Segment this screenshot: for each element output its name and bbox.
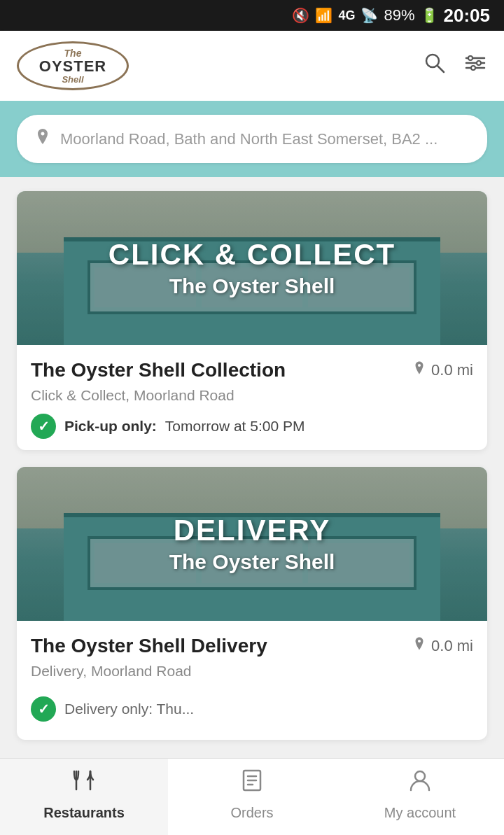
status-label-collection: Pick-up only: xyxy=(64,418,157,435)
svg-point-7 xyxy=(471,66,475,70)
overlay-subtitle-collection: The Oyster Shell xyxy=(169,274,335,298)
card-address-delivery: Delivery, Moorland Road xyxy=(31,663,473,680)
orders-icon xyxy=(239,767,265,799)
card-status-delivery-partial: Delivery only: Thu... xyxy=(31,689,473,729)
card-image-delivery: DELIVERY The Oyster Shell xyxy=(17,467,487,621)
card-title-row-collection: The Oyster Shell Collection 0.0 mi xyxy=(31,359,473,381)
status-check-icon-delivery xyxy=(31,696,56,722)
restaurant-card-collection[interactable]: CLICK & COLLECT The Oyster Shell The Oys… xyxy=(17,191,487,450)
distance-pin-icon-delivery xyxy=(412,636,427,656)
nav-item-account[interactable]: My account xyxy=(336,759,504,835)
nav-label-orders: Orders xyxy=(230,805,273,821)
header-actions xyxy=(423,51,487,80)
account-icon xyxy=(407,767,433,799)
logo: The OYSTER Shell xyxy=(17,41,129,90)
location-text: Moorland Road, Bath and North East Somer… xyxy=(60,130,470,148)
distance-pin-icon-collection xyxy=(412,360,427,380)
signal-icon: 📡 xyxy=(360,7,378,24)
svg-point-6 xyxy=(477,61,481,65)
overlay-subtitle-delivery: The Oyster Shell xyxy=(169,550,335,574)
battery-icon: 🔋 xyxy=(421,7,438,24)
status-time-collection: Tomorrow at 5:00 PM xyxy=(165,418,305,435)
content-area: CLICK & COLLECT The Oyster Shell The Oys… xyxy=(0,177,504,824)
logo-oval: The OYSTER Shell xyxy=(17,41,129,90)
location-input[interactable]: Moorland Road, Bath and North East Somer… xyxy=(17,115,487,163)
overlay-title-collection: CLICK & COLLECT xyxy=(108,238,396,272)
location-pin-icon xyxy=(34,127,52,150)
card-distance-delivery: 0.0 mi xyxy=(412,636,473,656)
card-title-delivery: The Oyster Shell Delivery xyxy=(31,635,267,657)
svg-point-5 xyxy=(468,56,472,60)
status-icons: 🔇 📶 4G 📡 89% 🔋 20:05 xyxy=(292,5,490,27)
status-bar: 🔇 📶 4G 📡 89% 🔋 20:05 xyxy=(0,0,504,31)
status-time: 20:05 xyxy=(444,5,491,27)
filter-icon[interactable] xyxy=(463,51,487,80)
battery-percent: 89% xyxy=(384,6,414,24)
card-title-row-delivery: The Oyster Shell Delivery 0.0 mi xyxy=(31,635,473,657)
nav-item-restaurants[interactable]: Restaurants xyxy=(0,759,168,835)
bottom-nav: Restaurants Orders My account xyxy=(0,758,504,835)
svg-point-14 xyxy=(415,771,425,781)
card-body-delivery: The Oyster Shell Delivery 0.0 mi Deliver… xyxy=(17,621,487,740)
svg-line-1 xyxy=(438,66,444,72)
card-distance-collection: 0.0 mi xyxy=(412,360,473,380)
logo-text-main: OYSTER xyxy=(39,59,106,74)
location-bar: Moorland Road, Bath and North East Somer… xyxy=(0,101,504,177)
status-check-icon-collection xyxy=(31,414,56,439)
overlay-title-delivery: DELIVERY xyxy=(174,514,330,547)
card-status-collection: Pick-up only: Tomorrow at 5:00 PM xyxy=(31,414,473,439)
logo-text-shell: Shell xyxy=(62,74,83,85)
status-partial-text: Delivery only: Thu... xyxy=(64,701,194,717)
restaurant-card-delivery[interactable]: DELIVERY The Oyster Shell The Oyster She… xyxy=(17,467,487,740)
nav-item-orders[interactable]: Orders xyxy=(168,759,336,835)
card-image-collection: CLICK & COLLECT The Oyster Shell xyxy=(17,191,487,345)
card-overlay-collection: CLICK & COLLECT The Oyster Shell xyxy=(17,191,487,345)
search-icon[interactable] xyxy=(423,51,447,80)
card-address-collection: Click & Collect, Moorland Road xyxy=(31,387,473,404)
restaurants-icon xyxy=(71,767,97,799)
network-type: 4G xyxy=(338,8,355,23)
mute-icon: 🔇 xyxy=(292,7,309,24)
card-body-collection: The Oyster Shell Collection 0.0 mi Click… xyxy=(17,345,487,450)
card-title-collection: The Oyster Shell Collection xyxy=(31,359,286,381)
nav-label-restaurants: Restaurants xyxy=(43,805,125,821)
wifi-icon: 📶 xyxy=(315,7,332,24)
distance-value-collection: 0.0 mi xyxy=(431,361,473,379)
app-header: The OYSTER Shell xyxy=(0,31,504,101)
distance-value-delivery: 0.0 mi xyxy=(431,637,473,655)
card-overlay-delivery: DELIVERY The Oyster Shell xyxy=(17,467,487,621)
nav-label-account: My account xyxy=(384,805,456,821)
